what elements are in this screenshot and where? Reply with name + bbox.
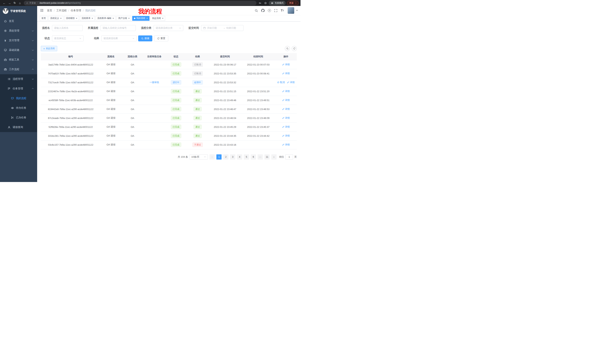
- detail-button[interactable]: 详情: [282, 63, 290, 66]
- current-task-link[interactable]: 一级审批: [150, 81, 159, 84]
- help-icon[interactable]: ?: [267, 8, 272, 13]
- process-definition-input[interactable]: 请输入流程定义的编号: [100, 25, 136, 31]
- tab-2[interactable]: 流程模型×: [64, 16, 79, 21]
- tab-0[interactable]: 首页: [40, 16, 48, 21]
- next-page-button[interactable]: ›: [271, 154, 277, 160]
- breadcrumb-item[interactable]: 首页: [47, 9, 52, 12]
- sidebar-item-11[interactable]: 请假查询: [0, 123, 37, 132]
- page-size-select[interactable]: 10条/页: [190, 154, 208, 160]
- page-button-4[interactable]: 4: [237, 154, 242, 160]
- detail-button[interactable]: 详情: [287, 81, 295, 84]
- hamburger-icon[interactable]: [40, 9, 44, 13]
- detail-button[interactable]: 详情: [282, 107, 290, 111]
- breadcrumb-separator: /: [68, 9, 69, 12]
- sidebar-item-5[interactable]: 工作流程: [0, 65, 37, 74]
- date-range-input[interactable]: 开始日期 - 结束日期: [201, 25, 243, 31]
- cell-actions: 详情: [275, 69, 297, 78]
- result-select[interactable]: 请选择流结果: [101, 35, 137, 41]
- breadcrumb-item[interactable]: 工作流程: [56, 9, 67, 12]
- status-tag: 进行中: [171, 80, 181, 85]
- font-size-icon[interactable]: TT: [280, 8, 285, 13]
- reset-button[interactable]: 重置: [154, 35, 168, 41]
- detail-button[interactable]: 详情: [282, 90, 290, 93]
- create-process-button[interactable]: +发起流程: [41, 46, 57, 51]
- process-name-input[interactable]: 请输入流程名: [52, 25, 83, 31]
- search-button[interactable]: 搜索: [138, 35, 152, 41]
- tab-7[interactable]: 发起流程×: [150, 16, 165, 21]
- status-label: 状态: [41, 37, 50, 40]
- browser-update-chip[interactable]: 更新 ⋮: [287, 1, 299, 5]
- browser-forward-button[interactable]: →: [7, 0, 12, 5]
- close-icon[interactable]: ×: [146, 17, 148, 19]
- result-tag: 通过: [193, 89, 202, 94]
- close-icon[interactable]: ×: [162, 17, 164, 19]
- bookmark-star-icon[interactable]: [263, 1, 267, 5]
- search-icon[interactable]: [254, 8, 259, 13]
- prev-page-button[interactable]: ‹: [210, 154, 215, 160]
- user-avatar[interactable]: [288, 7, 294, 14]
- cancel-button[interactable]: 取消: [277, 81, 285, 84]
- browser-back-button[interactable]: ←: [2, 0, 7, 5]
- password-key-icon[interactable]: [258, 1, 262, 5]
- close-icon[interactable]: ×: [91, 17, 93, 19]
- github-icon[interactable]: [260, 8, 265, 13]
- tab-6[interactable]: 我的流程×: [132, 16, 150, 21]
- sidebar-item-7[interactable]: 任务管理: [0, 84, 37, 94]
- detail-button[interactable]: 详情: [282, 116, 290, 120]
- process-table: 编号流程名流程分类当前审批任务状态结果提交时间结束时间操作3ad174fb-7b…: [41, 53, 297, 149]
- sidebar-item-9[interactable]: 待办任务: [0, 103, 37, 113]
- cell-submit-time: 2022-01-22 23:49:46: [209, 96, 242, 105]
- sidebar-item-8[interactable]: 我的流程: [0, 94, 37, 103]
- page-button-5[interactable]: 5: [244, 154, 249, 160]
- close-icon[interactable]: ×: [128, 17, 130, 19]
- detail-button[interactable]: 详情: [282, 143, 290, 146]
- sidebar-item-0[interactable]: 首页: [0, 16, 37, 26]
- goto-page-input[interactable]: 1: [285, 154, 293, 160]
- cell-end-time: 2022-01-23 00:07:03: [241, 60, 275, 69]
- cell-actions: 详情: [275, 131, 297, 140]
- fullscreen-icon[interactable]: [273, 8, 278, 13]
- cell-name: OA 请假: [100, 96, 121, 105]
- status-select[interactable]: 请选择状态: [52, 35, 84, 41]
- sidebar-item-label: 我的流程: [16, 97, 26, 100]
- kebab-menu-icon[interactable]: ⋮: [294, 1, 298, 4]
- detail-button[interactable]: 详情: [282, 72, 290, 75]
- browser-address-bar[interactable]: ⚠ 不安全 dashboard.yudao.iocoder.cn/bpm/tas…: [24, 1, 257, 5]
- breadcrumb-item[interactable]: 任务管理: [71, 9, 81, 12]
- result-tag: 处理中: [192, 80, 203, 85]
- app-logo: 芋道管理系统: [0, 6, 37, 16]
- status-tag: 已完成: [171, 125, 181, 129]
- close-icon[interactable]: ×: [60, 17, 62, 19]
- tab-3[interactable]: 流程表单×: [80, 16, 95, 21]
- edit-icon: [282, 90, 284, 92]
- browser-home-button[interactable]: ⌂: [18, 0, 22, 5]
- detail-button[interactable]: 详情: [282, 98, 290, 102]
- tab-1[interactable]: 流程定义×: [49, 16, 63, 21]
- sidebar-item-10[interactable]: 已办任务: [0, 113, 37, 123]
- detail-button[interactable]: 详情: [282, 134, 290, 137]
- page-button-3[interactable]: 3: [230, 154, 235, 160]
- page-button-1[interactable]: 1: [216, 154, 221, 160]
- detail-button[interactable]: 详情: [282, 125, 290, 129]
- tab-4[interactable]: 流程表单-编辑×: [96, 16, 116, 21]
- sidebar-item-2[interactable]: ¥支付管理: [0, 36, 37, 45]
- page-button-11[interactable]: 11: [264, 154, 270, 160]
- close-icon[interactable]: ×: [112, 17, 114, 19]
- toggle-search-button[interactable]: [285, 46, 290, 51]
- cell-current-task: [144, 69, 165, 78]
- result-tag: 不通过: [192, 143, 203, 147]
- tab-label: 用户分组: [118, 17, 127, 20]
- sidebar-item-1[interactable]: 系统管理: [0, 26, 37, 36]
- page-button-2[interactable]: 2: [223, 154, 229, 160]
- sidebar-item-6[interactable]: 流程管理: [0, 74, 37, 84]
- tab-5[interactable]: 用户分组×: [116, 16, 131, 21]
- category-select[interactable]: 请选择流程分类: [154, 25, 183, 31]
- more-pages-button[interactable]: ···: [258, 154, 263, 160]
- sidebar-item-3[interactable]: 基础设施: [0, 45, 37, 55]
- caret-down-icon[interactable]: [296, 10, 298, 11]
- browser-reload-button[interactable]: ↻: [12, 0, 17, 5]
- page-button-6[interactable]: 6: [251, 154, 256, 160]
- sidebar-item-4[interactable]: 研发工具: [0, 55, 37, 65]
- close-icon[interactable]: ×: [76, 17, 78, 19]
- refresh-table-button[interactable]: [292, 46, 297, 51]
